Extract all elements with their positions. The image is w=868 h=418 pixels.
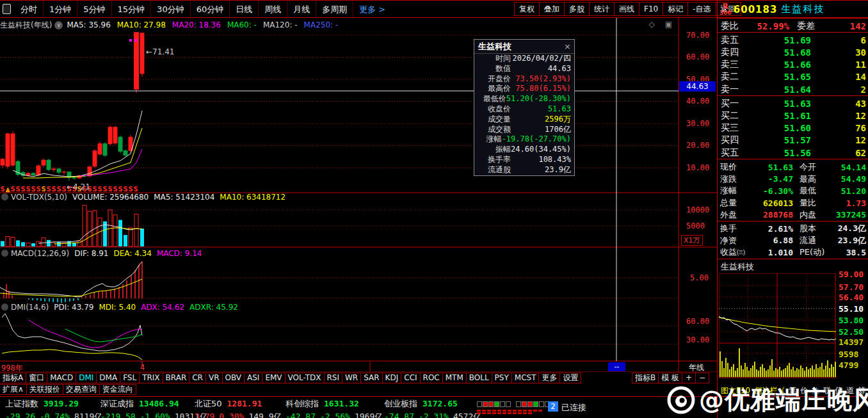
ask-row-卖三[interactable]: 卖三51.6611 bbox=[718, 59, 868, 71]
indicator-tabs: 指标A窗口MACDDMIDMAFSLTRIXBRARCRVROBVASIEMVV… bbox=[0, 373, 581, 383]
indicator-tab-MTM[interactable]: MTM bbox=[442, 373, 467, 383]
indicator-tab-SAR[interactable]: SAR bbox=[360, 373, 382, 383]
indicator-tab-BOLL[interactable]: BOLL bbox=[466, 373, 492, 383]
toolbar-button-画线[interactable]: 画线 bbox=[614, 2, 639, 16]
indicator-tab-CR[interactable]: CR bbox=[189, 373, 206, 383]
index-quote-北证50[interactable]: 北证501281.913.790.30%149.9亿 bbox=[195, 398, 287, 418]
mini-vol-label: 4799 bbox=[839, 360, 858, 370]
indicator-dot-icon[interactable] bbox=[1, 193, 8, 200]
indicator-tab-FSL[interactable]: FSL bbox=[120, 373, 140, 383]
dmi-axis-label: 60.00 bbox=[686, 317, 709, 326]
toolbar-button-标记[interactable]: 标记 bbox=[663, 2, 688, 16]
price-axis-label: 30.00 bbox=[686, 119, 709, 128]
indicator-tab-更多[interactable]: 更多 bbox=[538, 373, 560, 383]
period-tab-60分钟[interactable]: 60分钟 bbox=[191, 1, 230, 17]
tooltip-row: 流通股23.9亿 bbox=[474, 165, 574, 175]
indicator-dot-icon[interactable] bbox=[1, 250, 8, 257]
period-tab-15分钟[interactable]: 15分钟 bbox=[112, 1, 152, 17]
toolbar-button-多股[interactable]: 多股 bbox=[564, 2, 590, 16]
toolbar-button--自选[interactable]: -自选 bbox=[687, 2, 716, 16]
period-tab-30分钟[interactable]: 30分钟 bbox=[151, 1, 191, 17]
tooltip-title: 生益科技 × bbox=[474, 40, 574, 54]
indicator-tab-指标A[interactable]: 指标A bbox=[0, 373, 26, 383]
indicator-tab-EMV[interactable]: EMV bbox=[262, 373, 285, 383]
bid-row-买五[interactable]: 买五51.5662 bbox=[718, 147, 868, 159]
period-more-link[interactable]: 更多 > bbox=[353, 1, 391, 17]
indicator-tab-RSI[interactable]: RSI bbox=[324, 373, 343, 383]
indicator-value: MA10: 63418712 bbox=[220, 193, 285, 202]
tab-button-+[interactable]: + bbox=[682, 373, 696, 383]
tab-button-−[interactable]: − bbox=[695, 373, 709, 383]
indicator-value: DMI(14,6) bbox=[11, 303, 49, 312]
mini-vol-label: 9598 bbox=[839, 350, 858, 359]
close-icon[interactable]: × bbox=[564, 40, 571, 54]
sell-marker: S bbox=[113, 186, 117, 193]
indicator-tab-BRAR[interactable]: BRAR bbox=[163, 373, 190, 383]
indicator-tab-OBV[interactable]: OBV bbox=[222, 373, 245, 383]
period-tab-月线[interactable]: 月线 bbox=[287, 1, 316, 17]
toolbar-button-叠加[interactable]: 叠加 bbox=[539, 2, 565, 16]
toolbar-button-复权[interactable]: 复权 bbox=[514, 2, 540, 16]
indicator-dot-icon[interactable] bbox=[1, 303, 8, 310]
function-tabs: 扩展∧关联报价交易查询资金流向 bbox=[0, 384, 136, 395]
function-tab-交易查询[interactable]: 交易查询 bbox=[63, 384, 100, 395]
connection-badge[interactable]: 2 bbox=[548, 401, 558, 412]
period-tab-1分钟[interactable]: 1分钟 bbox=[44, 1, 77, 17]
period-tabs: 分时1分钟5分钟15分钟30分钟60分钟日线周线月线多周期更多 > bbox=[15, 1, 391, 17]
intraday-mini-chart[interactable] bbox=[719, 273, 836, 378]
ask-row-卖一[interactable]: 卖一51.642 bbox=[718, 83, 868, 95]
period-tab-多周期[interactable]: 多周期 bbox=[316, 1, 353, 17]
tooltip-row: 最低价51.20(-28.30%) bbox=[474, 94, 574, 104]
indicator-tab-设置[interactable]: 设置 bbox=[559, 373, 581, 383]
indicator-tab-DMA[interactable]: DMA bbox=[96, 373, 120, 383]
divider bbox=[718, 259, 868, 259]
toolbar-button-统计[interactable]: 统计 bbox=[589, 2, 615, 16]
index-quote-上证指数[interactable]: 上证指数3919.29-29.26-0.74%8119亿 bbox=[5, 398, 107, 418]
indicator-tab-VOL-TDX[interactable]: VOL-TDX bbox=[285, 373, 325, 383]
divider bbox=[718, 221, 868, 221]
indicator-tab-ASI[interactable]: ASI bbox=[244, 373, 262, 383]
period-tab-5分钟[interactable]: 5分钟 bbox=[77, 1, 111, 17]
tooltip-row: 换手率108.43% bbox=[474, 155, 574, 165]
indicator-tab-窗口[interactable]: 窗口 bbox=[26, 373, 47, 383]
indicator-tab-VR[interactable]: VR bbox=[205, 373, 223, 383]
indicator-tab-MACD[interactable]: MACD bbox=[47, 373, 76, 383]
indicator-tab-ROC[interactable]: ROC bbox=[420, 373, 443, 383]
market-heat-dashes bbox=[477, 409, 547, 414]
bid-row-买二[interactable]: 买二51.6112 bbox=[718, 109, 868, 122]
indicator-tab-PSY[interactable]: PSY bbox=[492, 373, 512, 383]
index-quote-科创综指[interactable]: 科创综指1631.32-42.87-2.56%1969亿 bbox=[285, 398, 387, 418]
sell-marker: S bbox=[108, 186, 112, 193]
indicator-tab-KDJ[interactable]: KDJ bbox=[382, 373, 402, 383]
ask-row-卖四[interactable]: 卖四51.6830 bbox=[718, 46, 868, 58]
function-tab-扩展∧[interactable]: 扩展∧ bbox=[0, 384, 27, 395]
indicator-tab-TRIX[interactable]: TRIX bbox=[139, 373, 163, 383]
mini-price-label: 59.00 bbox=[839, 269, 864, 279]
watermark: @优雅端庄晚风 bbox=[666, 383, 868, 417]
index-quote-创业板指[interactable]: 创业板指3172.65-74.87-2.31%4572亿 bbox=[384, 398, 486, 418]
bid-row-买三[interactable]: 买三51.6076 bbox=[718, 122, 868, 134]
function-tab-关联报价[interactable]: 关联报价 bbox=[26, 384, 63, 395]
price-axis-label: 20.00 bbox=[686, 141, 709, 150]
ask-row-卖五[interactable]: 卖五51.696 bbox=[718, 34, 868, 46]
indicator-tab-DMI[interactable]: DMI bbox=[76, 373, 97, 383]
toolbar-button-F10[interactable]: F10 bbox=[639, 2, 663, 16]
period-tab-分时[interactable]: 分时 bbox=[15, 1, 44, 17]
tab-button-模 板[interactable]: 模 板 bbox=[658, 373, 682, 383]
sell-marker: S bbox=[123, 186, 127, 193]
indicator-value: MACD(12,26,9) bbox=[11, 249, 69, 258]
period-tab-日线[interactable]: 日线 bbox=[230, 1, 259, 17]
period-tab-周线[interactable]: 周线 bbox=[259, 1, 287, 17]
ask-row-卖二[interactable]: 卖二51.6514 bbox=[718, 71, 868, 83]
window-icon[interactable] bbox=[3, 4, 11, 14]
indicator-tab-MCST[interactable]: MCST bbox=[511, 373, 540, 383]
indicator-value: MA5: 51423104 bbox=[154, 193, 214, 202]
bid-row-买四[interactable]: 买四51.5712 bbox=[718, 134, 868, 147]
indicator-tab-WR[interactable]: WR bbox=[342, 373, 361, 383]
vol-axis-label: 10000 bbox=[686, 205, 709, 214]
function-tab-资金流向[interactable]: 资金流向 bbox=[99, 384, 136, 395]
tab-button-指标B[interactable]: 指标B bbox=[632, 373, 659, 383]
indicator-tab-CCI[interactable]: CCI bbox=[401, 373, 420, 383]
bid-row-买一[interactable]: 买一51.6343 bbox=[718, 97, 868, 109]
sell-marker: S bbox=[0, 186, 4, 193]
